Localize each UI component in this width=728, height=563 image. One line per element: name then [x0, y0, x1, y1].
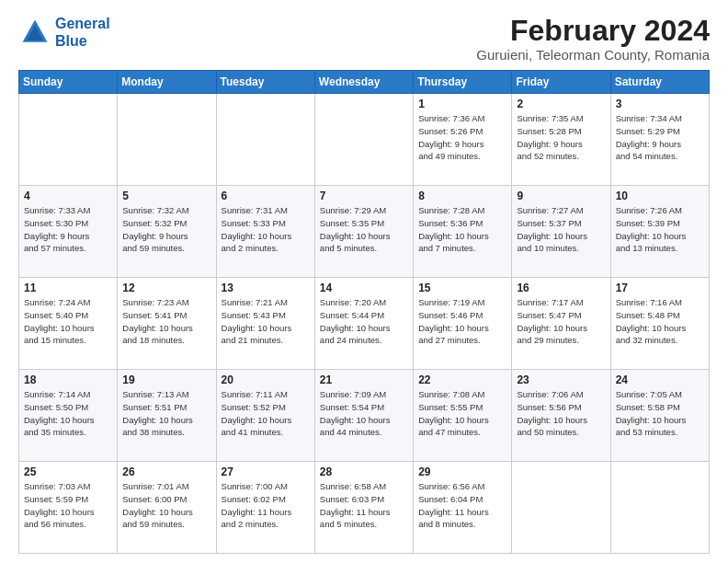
calendar-cell: 19Sunrise: 7:13 AM Sunset: 5:51 PM Dayli… — [118, 370, 216, 462]
calendar-cell: 22Sunrise: 7:08 AM Sunset: 5:55 PM Dayli… — [414, 370, 512, 462]
day-info: Sunrise: 7:08 AM Sunset: 5:55 PM Dayligh… — [418, 388, 506, 439]
calendar-cell: 6Sunrise: 7:31 AM Sunset: 5:33 PM Daylig… — [216, 186, 314, 278]
day-info: Sunrise: 7:17 AM Sunset: 5:47 PM Dayligh… — [517, 296, 605, 347]
day-number: 18 — [24, 373, 112, 386]
day-number: 6 — [222, 190, 310, 202]
logo-text: General Blue — [55, 15, 110, 50]
day-number: 21 — [320, 373, 408, 386]
calendar-cell: 29Sunrise: 6:56 AM Sunset: 6:04 PM Dayli… — [414, 462, 512, 554]
day-number: 19 — [122, 373, 210, 386]
calendar-cell: 28Sunrise: 6:58 AM Sunset: 6:03 PM Dayli… — [314, 462, 413, 554]
calendar-cell: 3Sunrise: 7:34 AM Sunset: 5:29 PM Daylig… — [610, 94, 709, 186]
day-of-week-header: Thursday — [414, 71, 512, 94]
day-number: 23 — [517, 373, 605, 386]
day-number: 15 — [418, 282, 506, 294]
calendar-cell: 20Sunrise: 7:11 AM Sunset: 5:52 PM Dayli… — [216, 370, 314, 462]
day-number: 12 — [122, 282, 210, 294]
day-number: 3 — [616, 98, 704, 110]
calendar: SundayMondayTuesdayWednesdayThursdayFrid… — [18, 70, 710, 554]
day-info: Sunrise: 7:31 AM Sunset: 5:33 PM Dayligh… — [222, 204, 310, 255]
day-info: Sunrise: 7:26 AM Sunset: 5:39 PM Dayligh… — [616, 204, 704, 255]
calendar-cell: 4Sunrise: 7:33 AM Sunset: 5:30 PM Daylig… — [19, 186, 118, 278]
day-number: 9 — [517, 190, 605, 202]
calendar-cell — [118, 94, 216, 186]
day-info: Sunrise: 7:09 AM Sunset: 5:54 PM Dayligh… — [320, 388, 408, 439]
calendar-cell: 8Sunrise: 7:28 AM Sunset: 5:36 PM Daylig… — [414, 186, 512, 278]
day-info: Sunrise: 7:06 AM Sunset: 5:56 PM Dayligh… — [517, 388, 605, 439]
day-number: 25 — [24, 465, 112, 478]
calendar-cell: 2Sunrise: 7:35 AM Sunset: 5:28 PM Daylig… — [512, 94, 610, 186]
calendar-cell: 26Sunrise: 7:01 AM Sunset: 6:00 PM Dayli… — [118, 462, 216, 554]
calendar-cell — [19, 94, 118, 186]
day-info: Sunrise: 7:23 AM Sunset: 5:41 PM Dayligh… — [122, 296, 210, 347]
calendar-cell — [512, 462, 610, 554]
day-info: Sunrise: 6:58 AM Sunset: 6:03 PM Dayligh… — [320, 480, 408, 531]
day-number: 20 — [222, 373, 310, 386]
day-info: Sunrise: 7:34 AM Sunset: 5:29 PM Dayligh… — [616, 112, 704, 163]
header: General Blue February 2024 Guruieni, Tel… — [18, 15, 710, 63]
day-of-week-header: Wednesday — [314, 71, 413, 94]
day-number: 17 — [616, 282, 704, 294]
day-number: 24 — [616, 373, 704, 386]
logo: General Blue — [18, 15, 110, 50]
calendar-cell: 9Sunrise: 7:27 AM Sunset: 5:37 PM Daylig… — [512, 186, 610, 278]
day-number: 4 — [24, 190, 112, 202]
day-info: Sunrise: 7:13 AM Sunset: 5:51 PM Dayligh… — [122, 388, 210, 439]
calendar-cell: 23Sunrise: 7:06 AM Sunset: 5:56 PM Dayli… — [512, 370, 610, 462]
calendar-cell: 18Sunrise: 7:14 AM Sunset: 5:50 PM Dayli… — [19, 370, 118, 462]
calendar-cell: 12Sunrise: 7:23 AM Sunset: 5:41 PM Dayli… — [118, 278, 216, 370]
day-info: Sunrise: 7:11 AM Sunset: 5:52 PM Dayligh… — [222, 388, 310, 439]
calendar-cell: 14Sunrise: 7:20 AM Sunset: 5:44 PM Dayli… — [314, 278, 413, 370]
title-block: February 2024 Guruieni, Teleorman County… — [476, 15, 710, 63]
day-info: Sunrise: 7:28 AM Sunset: 5:36 PM Dayligh… — [418, 204, 506, 255]
main-title: February 2024 — [476, 15, 710, 47]
day-of-week-header: Friday — [512, 71, 610, 94]
day-info: Sunrise: 7:24 AM Sunset: 5:40 PM Dayligh… — [24, 296, 112, 347]
subtitle: Guruieni, Teleorman County, Romania — [476, 47, 710, 63]
day-info: Sunrise: 7:35 AM Sunset: 5:28 PM Dayligh… — [517, 112, 605, 163]
calendar-cell — [314, 94, 413, 186]
calendar-cell: 25Sunrise: 7:03 AM Sunset: 5:59 PM Dayli… — [19, 462, 118, 554]
calendar-cell: 10Sunrise: 7:26 AM Sunset: 5:39 PM Dayli… — [610, 186, 709, 278]
logo-icon — [18, 16, 51, 49]
day-number: 10 — [616, 190, 704, 202]
page: General Blue February 2024 Guruieni, Tel… — [0, 0, 728, 563]
day-info: Sunrise: 7:05 AM Sunset: 5:58 PM Dayligh… — [616, 388, 704, 439]
day-info: Sunrise: 7:20 AM Sunset: 5:44 PM Dayligh… — [320, 296, 408, 347]
day-number: 11 — [24, 282, 112, 294]
calendar-cell — [216, 94, 314, 186]
day-number: 2 — [517, 98, 605, 110]
calendar-cell: 15Sunrise: 7:19 AM Sunset: 5:46 PM Dayli… — [414, 278, 512, 370]
calendar-cell: 11Sunrise: 7:24 AM Sunset: 5:40 PM Dayli… — [19, 278, 118, 370]
day-info: Sunrise: 7:19 AM Sunset: 5:46 PM Dayligh… — [418, 296, 506, 347]
day-info: Sunrise: 6:56 AM Sunset: 6:04 PM Dayligh… — [418, 480, 506, 531]
day-info: Sunrise: 7:29 AM Sunset: 5:35 PM Dayligh… — [320, 204, 408, 255]
day-info: Sunrise: 7:01 AM Sunset: 6:00 PM Dayligh… — [122, 480, 210, 531]
day-number: 7 — [320, 190, 408, 202]
day-info: Sunrise: 7:33 AM Sunset: 5:30 PM Dayligh… — [24, 204, 112, 255]
day-number: 22 — [418, 373, 506, 386]
calendar-cell: 27Sunrise: 7:00 AM Sunset: 6:02 PM Dayli… — [216, 462, 314, 554]
day-info: Sunrise: 7:00 AM Sunset: 6:02 PM Dayligh… — [222, 480, 310, 531]
day-info: Sunrise: 7:32 AM Sunset: 5:32 PM Dayligh… — [122, 204, 210, 255]
day-info: Sunrise: 7:14 AM Sunset: 5:50 PM Dayligh… — [24, 388, 112, 439]
day-of-week-header: Saturday — [610, 71, 709, 94]
calendar-cell: 13Sunrise: 7:21 AM Sunset: 5:43 PM Dayli… — [216, 278, 314, 370]
day-number: 26 — [122, 465, 210, 478]
day-info: Sunrise: 7:21 AM Sunset: 5:43 PM Dayligh… — [222, 296, 310, 347]
calendar-cell: 24Sunrise: 7:05 AM Sunset: 5:58 PM Dayli… — [610, 370, 709, 462]
day-of-week-header: Sunday — [19, 71, 118, 94]
day-number: 27 — [222, 465, 310, 478]
day-number: 16 — [517, 282, 605, 294]
day-info: Sunrise: 7:16 AM Sunset: 5:48 PM Dayligh… — [616, 296, 704, 347]
day-of-week-header: Monday — [118, 71, 216, 94]
calendar-cell: 1Sunrise: 7:36 AM Sunset: 5:26 PM Daylig… — [414, 94, 512, 186]
day-info: Sunrise: 7:36 AM Sunset: 5:26 PM Dayligh… — [418, 112, 506, 163]
calendar-cell — [610, 462, 709, 554]
day-number: 5 — [122, 190, 210, 202]
day-number: 1 — [418, 98, 506, 110]
day-number: 8 — [418, 190, 506, 202]
day-number: 28 — [320, 465, 408, 478]
calendar-cell: 21Sunrise: 7:09 AM Sunset: 5:54 PM Dayli… — [314, 370, 413, 462]
calendar-cell: 7Sunrise: 7:29 AM Sunset: 5:35 PM Daylig… — [314, 186, 413, 278]
